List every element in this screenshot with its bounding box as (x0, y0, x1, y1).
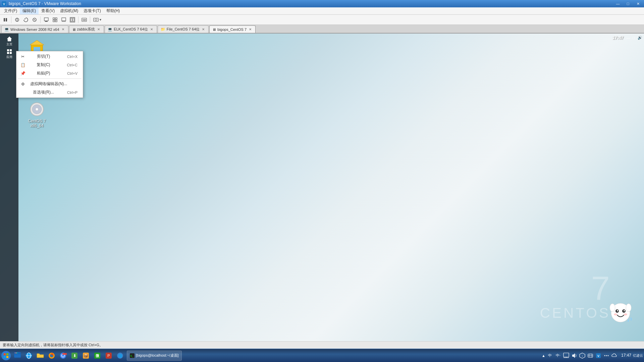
toolbar-view4[interactable] (68, 16, 76, 24)
tab-windows-server[interactable]: 💻 Windows Server 2008 R2 x64 ✕ (1, 25, 68, 33)
taskbar-firefox-icon[interactable] (46, 350, 57, 361)
taskbar-explorer-icon[interactable] (12, 350, 23, 361)
tray-yiji-icon[interactable]: 亿迹云 (635, 352, 641, 359)
tab-icon: 🖥 (212, 27, 216, 32)
vnet-icon: ⚙ (19, 82, 26, 86)
taskbar-app9-icon[interactable]: 🌐 (115, 350, 125, 361)
tray-keyboard-icon[interactable]: 中 (547, 352, 553, 359)
taskbar-folder-icon[interactable] (35, 350, 46, 361)
menu-vm[interactable]: 虚拟机(M) (57, 7, 81, 14)
menu-vnet-editor[interactable]: ⚙ 虚拟网络编辑器(N)... (16, 80, 83, 88)
paste-label: 粘贴(P) (37, 70, 50, 76)
toolbar-view3[interactable] (60, 16, 68, 24)
toolbar-view2[interactable] (51, 16, 59, 24)
taskbar-app6-icon[interactable]: 📦 (80, 350, 91, 361)
edit-dropdown-menu: ✂ 剪切(T) Ctrl+X 📋 复制(C) Ctrl+C 📌 粘贴(P) Ct… (16, 51, 83, 98)
minimize-button[interactable]: — (613, 1, 623, 7)
svg-text:V: V (597, 354, 599, 358)
toolbar-power3[interactable] (31, 16, 39, 24)
tray-more-icon[interactable] (603, 352, 610, 359)
tray-antivirus-icon[interactable]: ! (579, 352, 586, 359)
toolbar-power1[interactable] (13, 16, 21, 24)
svg-marker-24 (7, 37, 12, 41)
tab-bigops[interactable]: 🖥 bigops_CentOS 7 ✕ (209, 25, 256, 33)
svg-text:!: ! (582, 355, 583, 358)
vm-tray: 17:47 — □ 🔊 (612, 35, 642, 40)
svg-text:$_: $_ (130, 355, 133, 357)
tray-expand-icon[interactable]: ▲ (542, 354, 545, 358)
tray-firewall-icon[interactable] (587, 352, 594, 359)
taskbar-chrome-icon[interactable] (58, 350, 68, 361)
vm-minimize-icon[interactable]: — (626, 36, 630, 40)
svg-rect-18 (71, 18, 72, 21)
toolbar-send-keys[interactable]: ⌨ (80, 16, 88, 24)
vm-maximize-icon[interactable]: □ (633, 36, 635, 40)
copy-shortcut: Ctrl+C (67, 63, 77, 67)
taskbar-app5-icon[interactable]: ⬇ (69, 350, 80, 361)
svg-rect-79 (564, 353, 569, 357)
toolbar-sep1 (11, 16, 11, 23)
menu-copy[interactable]: 📋 复制(C) Ctrl+C (16, 61, 83, 69)
vm-volume-icon[interactable]: 🔊 (638, 36, 642, 40)
tab-elk[interactable]: 💻 ELK_CentOS 7 64位 ✕ (105, 25, 157, 33)
paste-icon: 📌 (19, 71, 26, 76)
svg-text:⌨: ⌨ (83, 19, 86, 21)
close-button[interactable]: ✕ (633, 1, 643, 7)
svg-rect-27 (7, 52, 9, 54)
centos-watermark: 7 CENTOS (540, 272, 610, 321)
tray-input-icon[interactable]: 中· (555, 352, 561, 359)
taskbar-ie-icon[interactable] (23, 350, 34, 361)
sidebar-apps[interactable]: 应用 (1, 48, 17, 60)
taskbar-clock[interactable]: 17:47 (619, 353, 633, 358)
menu-preferences[interactable]: 首选项(R)... Ctrl+P (16, 88, 83, 97)
tab-close-elk[interactable]: ✕ (149, 27, 154, 32)
toolbar-view1[interactable] (42, 16, 50, 24)
svg-rect-3 (6, 18, 7, 21)
svg-point-93 (607, 355, 608, 356)
menu-help[interactable]: 帮助(H) (104, 7, 123, 14)
tab-file[interactable]: 📁 File_CentOS 7 64位 ✕ (158, 25, 209, 33)
tab-close-bigops[interactable]: ✕ (248, 27, 253, 32)
tray-cloud-icon[interactable] (611, 352, 618, 359)
cut-icon: ✂ (19, 54, 26, 59)
menu-view[interactable]: 查看(V) (39, 7, 57, 14)
tab-close-windows[interactable]: ✕ (61, 27, 65, 32)
maximize-button[interactable]: □ (623, 1, 633, 7)
taskbar-app-icons: ⬇ 📦 微 P 🌐 (12, 350, 125, 361)
menu-file[interactable]: 文件(F) (1, 7, 20, 14)
svg-point-57 (16, 352, 16, 353)
svg-point-58 (17, 352, 18, 353)
svg-point-46 (610, 304, 615, 312)
mascot (607, 301, 634, 328)
svg-text:V: V (3, 2, 5, 6)
menu-edit[interactable]: 编辑(E) (20, 7, 39, 14)
tray-vmware-icon[interactable]: V (595, 352, 602, 359)
taskbar-terminal-task[interactable]: $_ [bigops@localhost:~/桌面] (127, 351, 182, 361)
paste-shortcut: Ctrl+V (67, 71, 77, 75)
menu-cut[interactable]: ✂ 剪切(T) Ctrl+X (16, 52, 83, 61)
svg-text:⬇: ⬇ (73, 354, 76, 358)
tab-close-file[interactable]: ✕ (201, 27, 206, 32)
start-button[interactable] (1, 351, 11, 360)
menu-paste[interactable]: 📌 粘贴(P) Ctrl+V (16, 69, 83, 77)
sidebar-home[interactable]: 主页 (1, 35, 17, 47)
desktop-icon-cdrom[interactable]: CentOS 7 x86_64 (23, 100, 50, 129)
toolbar-sep3 (78, 16, 78, 23)
toolbar-screenshot[interactable]: ▼ (92, 16, 103, 24)
tray-network-icon[interactable] (563, 352, 570, 359)
svg-point-44 (617, 310, 618, 311)
yiji-label: 亿迹云 (633, 353, 643, 358)
taskbar-app7-icon[interactable]: 微 (92, 350, 103, 361)
terminal-task-label: [bigops@localhost:~/桌面] (136, 353, 179, 358)
tab-close-zabbix[interactable]: ✕ (96, 27, 101, 32)
tray-volume-icon[interactable] (571, 352, 578, 359)
menu-tabs[interactable]: 选项卡(T) (81, 7, 103, 14)
tab-zabbix[interactable]: 🖥 zabbix系统 ✕ (69, 25, 104, 33)
toolbar-pause[interactable] (1, 16, 9, 24)
svg-rect-2 (4, 18, 5, 21)
toolbar-power2[interactable] (22, 16, 30, 24)
vm-desktop[interactable]: 主页 应用 (0, 34, 644, 341)
svg-rect-25 (7, 49, 9, 51)
status-bar: 要将输入定向到虚拟机，请将鼠标指针移入其中或按 Ctrl+G。 (0, 341, 644, 349)
taskbar-app8-icon[interactable]: P (103, 350, 114, 361)
